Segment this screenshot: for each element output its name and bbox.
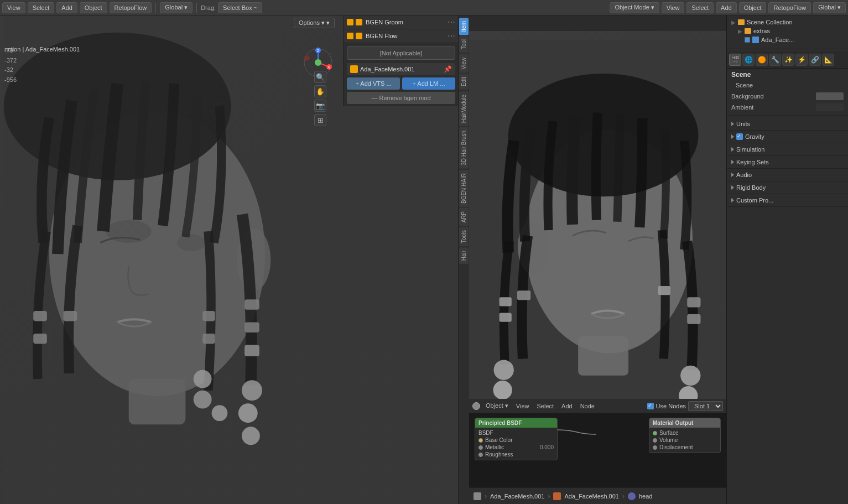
bgen-groom-row[interactable]: BGEN Groom ⋯ [344,15,459,29]
bgen-groom-menu[interactable]: ⋯ [448,18,455,27]
tab-tools[interactable]: Tools [459,227,469,246]
units-header[interactable]: Units [727,118,848,130]
prop-icon-world[interactable]: 🌐 [742,54,755,66]
tab-arp[interactable]: ARP [459,208,469,226]
grid-icon[interactable]: ⊞ [314,114,326,126]
separator-1 [155,3,156,13]
volume-label: Volume [659,437,678,443]
svg-rect-39 [517,290,530,300]
gravity-label: Gravity [745,133,764,140]
bgen-mesh-row[interactable]: Ada_FaceMesh.001 📌 [347,63,455,75]
add-vts-button[interactable]: + Add VTS ... [347,77,400,90]
rigid-body-header[interactable]: Rigid Body [727,181,848,194]
svg-rect-40 [658,286,670,295]
tab-hair[interactable]: Hair [459,247,469,264]
svg-point-21 [242,427,260,445]
tab-item[interactable]: Item [459,18,469,35]
node-select-btn[interactable]: Select [535,402,556,410]
global-menu-right[interactable]: Global ▾ [813,2,846,13]
material-output-node[interactable]: Material Output Surface Volume Displacem… [649,418,721,453]
scene-root[interactable]: ▶ Scene Collection [731,18,844,27]
base-color-socket [478,438,483,443]
bgen-flow-menu[interactable]: ⋯ [448,32,455,40]
tab-hairmodule[interactable]: HairModule [459,91,469,126]
tab-bgen-hair[interactable]: BGEN HAIR [459,170,469,207]
side-tabs-left-viewport: Item Tool View Edit HairModule 3D Hair B… [458,15,469,504]
bc-item-2[interactable]: Ada_FaceMesh.001 [564,493,618,500]
gravity-header[interactable]: Gravity [727,131,848,143]
prop-icon-data[interactable]: 📐 [822,54,834,66]
prop-icon-scene[interactable]: 🎬 [729,54,741,66]
audio-header[interactable]: Audio [727,169,848,181]
background-color[interactable] [816,92,844,100]
output-volume: Volume [653,437,717,443]
tab-view[interactable]: View [459,54,469,73]
extras-item[interactable]: ▶ extras [738,27,844,35]
select-box-btn[interactable]: Select Box ~ [218,2,262,13]
tab-tool[interactable]: Tool [459,36,469,53]
object-menu[interactable]: Object [80,2,107,13]
simulation-header[interactable]: Simulation [727,143,848,155]
node-canvas[interactable]: Principled BSDF BSDF Base Color Metallic… [469,413,726,487]
bgen-flow-row[interactable]: BGEN Flow ⋯ [344,29,459,43]
right-panel: Scene Collect ▶ Scene Collection ▶ extra… [726,0,848,504]
selection-label: nction | Ada_FaceMesh.001 [4,46,80,53]
bc-item-3[interactable]: head [639,493,652,500]
node-add-btn[interactable]: Add [559,402,575,410]
divider-2 [727,115,848,116]
add-lm-button[interactable]: + Add LM ... [402,77,455,90]
scene-sub-label: Scene [727,81,848,91]
drag-label: Drag: [201,4,216,11]
add-menu[interactable]: Add [56,2,77,13]
global-dropdown[interactable]: Global ▾ [160,2,193,13]
bc-item-1[interactable]: Ada_FaceMesh.001 [490,493,544,500]
use-nodes-checkbox[interactable]: Use Nodes [647,403,686,409]
prop-icon-particles[interactable]: ✨ [782,54,794,66]
tab-3d-hair-brush[interactable]: 3D Hair Brush [459,127,469,169]
retopoflow-menu-right[interactable]: RetopoFlow [768,2,811,13]
options-btn[interactable]: Options ▾ ▾ [294,18,335,28]
object-mode-btn[interactable]: Object Mode ▾ [610,2,659,13]
svg-rect-9 [33,334,47,344]
bgen-groom-checkbox[interactable] [347,19,353,25]
bgen-flow-checkbox[interactable] [347,33,353,39]
prop-icon-modifier[interactable]: 🔧 [769,54,781,66]
select-menu[interactable]: Select [28,2,55,13]
view-menu[interactable]: View [2,2,25,13]
principled-bsdf-node[interactable]: Principled BSDF BSDF Base Color Metallic… [475,418,558,460]
custom-pro-header[interactable]: Custom Pro... [727,194,848,206]
hand-icon[interactable]: ✋ [314,85,326,97]
ambient-color[interactable] [816,103,844,111]
retopoflow-menu[interactable]: RetopoFlow [110,2,152,13]
node-circle-btn[interactable] [472,402,480,410]
ada-checkbox[interactable] [745,37,750,43]
select-menu-right[interactable]: Select [686,2,714,13]
node-node-btn[interactable]: Node [578,402,597,410]
keying-sets-header[interactable]: Keying Sets [727,156,848,168]
node-object-btn[interactable]: Object ▾ [483,402,511,410]
magnify-icon[interactable]: 🔍 [314,71,326,83]
remove-bgen-mod-button[interactable]: — Remove bgen mod [347,92,455,104]
right-viewport[interactable] [469,31,726,429]
prop-icon-object[interactable]: 🟠 [756,54,768,66]
view-menu-right[interactable]: View [662,2,685,13]
slot-dropdown[interactable]: Slot 1 [688,401,723,411]
svg-point-16 [194,370,212,388]
prop-icon-physics[interactable]: ⚡ [795,54,808,66]
tab-edit[interactable]: Edit [459,74,469,90]
bc-sep-1: › [548,492,550,500]
bgen-groom-label: BGEN Groom [366,19,445,25]
background-label: Background [731,93,813,100]
gravity-checkbox[interactable] [736,133,743,140]
scene-header-label: Scene [727,69,848,81]
object-menu-right[interactable]: Object [739,2,767,13]
ada-face-item[interactable]: Ada_Face... [745,35,844,44]
svg-rect-41 [687,297,700,307]
camera-icon[interactable]: 📷 [314,100,326,112]
add-menu-right[interactable]: Add [716,2,737,13]
bgen-pin-icon[interactable]: 📌 [444,65,452,73]
node-view-btn[interactable]: View [514,402,532,410]
prop-icon-constraints[interactable]: 🔗 [809,54,821,66]
bgen-flow-label: BGEN Flow [366,33,445,39]
divider-1 [727,49,848,49]
